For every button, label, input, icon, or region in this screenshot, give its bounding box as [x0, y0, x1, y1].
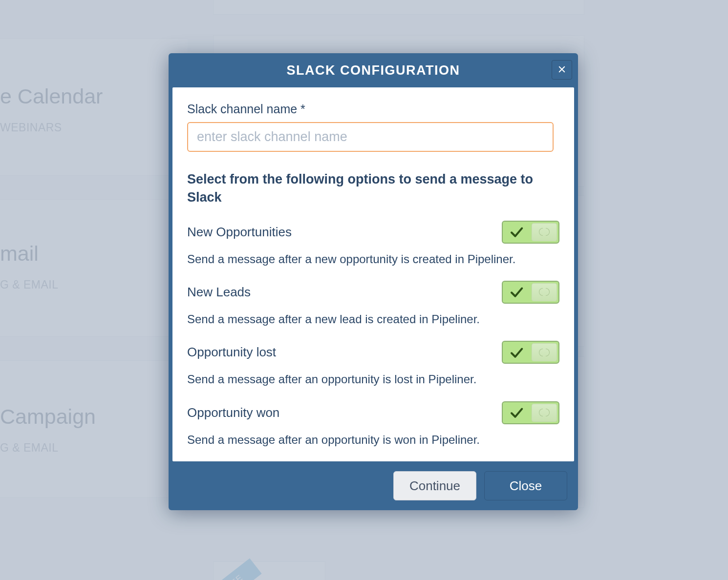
toggle-new-opportunities[interactable] [502, 221, 559, 244]
toggle-knob [532, 283, 557, 301]
option-title: Opportunity won [187, 405, 496, 420]
dialog-title: SLACK CONFIGURATION [287, 63, 460, 78]
option-opportunity-lost: Opportunity lost Send a message after an… [187, 341, 559, 387]
toggle-knob [532, 223, 557, 241]
toggle-knob [532, 343, 557, 361]
check-icon [504, 345, 529, 360]
option-desc: Send a message after an opportunity is l… [187, 372, 559, 387]
close-icon-button[interactable] [552, 60, 572, 80]
option-title: Opportunity lost [187, 345, 496, 360]
option-desc: Send a message after a new lead is creat… [187, 311, 559, 327]
check-icon [504, 405, 529, 420]
option-new-leads: New Leads Send a message after a new lea… [187, 281, 559, 327]
check-icon [504, 285, 529, 299]
dialog-footer: Continue Close [169, 461, 578, 510]
option-new-opportunities: New Opportunities Send a message after a… [187, 221, 559, 267]
option-title: New Leads [187, 285, 496, 300]
channel-name-label: Slack channel name * [187, 102, 559, 116]
channel-name-input[interactable] [187, 122, 554, 152]
toggle-opportunity-won[interactable] [502, 401, 559, 424]
toggle-knob [532, 404, 557, 422]
toggle-new-leads[interactable] [502, 281, 559, 304]
option-opportunity-won: Opportunity won Send a message after an … [187, 401, 559, 448]
check-icon [504, 225, 529, 239]
dialog-header: SLACK CONFIGURATION [169, 53, 578, 87]
options-heading: Select from the following options to sen… [187, 170, 544, 207]
option-title: New Opportunities [187, 225, 496, 240]
close-icon [557, 65, 566, 75]
toggle-opportunity-lost[interactable] [502, 341, 559, 364]
option-desc: Send a message after an opportunity is w… [187, 432, 559, 448]
option-desc: Send a message after a new opportunity i… [187, 251, 559, 267]
slack-config-dialog: SLACK CONFIGURATION Slack channel name *… [169, 53, 578, 510]
dialog-body: Slack channel name * Select from the fol… [172, 87, 574, 461]
continue-button[interactable]: Continue [393, 471, 476, 500]
close-button[interactable]: Close [484, 471, 567, 500]
